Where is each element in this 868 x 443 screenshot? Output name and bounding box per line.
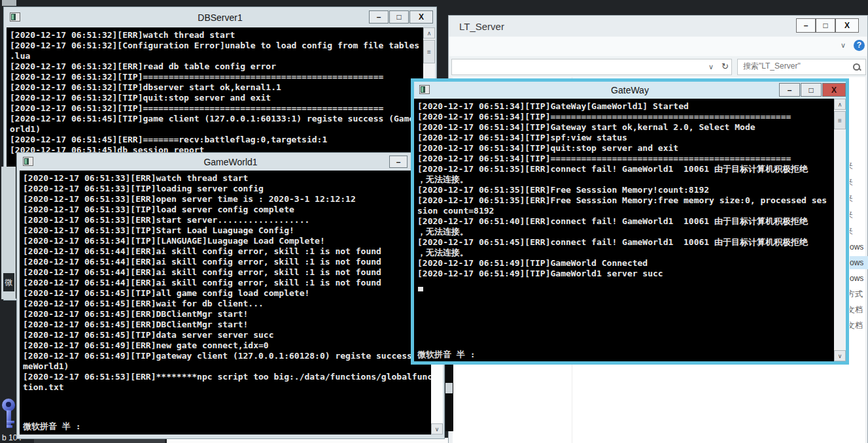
file-row[interactable]: 文档 [850,319,868,332]
file-row[interactable]: 方式 [850,287,868,301]
minimize-icon: – [804,21,808,30]
window-gateway: GateWay – □ X [2020-12-17 06:51:34][TIP]… [411,78,849,365]
desktop-icon-key[interactable] [0,397,18,431]
taskbar-fragment [2,0,16,6]
close-icon: X [844,21,850,30]
file-row-selected[interactable]: ows [850,256,868,269]
grip-icon: ≡ [427,48,431,56]
scroll-down-icon[interactable]: ∨ [431,423,443,435]
minimize-icon: – [377,12,381,22]
search-icon[interactable] [853,63,861,71]
scrollbar-thumb[interactable]: ≡ [423,40,435,63]
scrollbar-thumb[interactable] [445,383,453,393]
gateway-maximize-button[interactable]: □ [801,83,822,97]
file-type-fragment: 夹 [850,208,853,221]
scrollbar-thumb[interactable]: ≡ [834,111,846,129]
minimize-icon: – [396,157,401,167]
file-type-fragment: 文档 [850,303,863,316]
gateway-console-text: [2020-12-17 06:51:34][TIP]GateWay[GameWo… [417,101,831,279]
lt-minimize-button[interactable]: – [796,18,816,33]
background-scrollbar-artifact [445,363,453,431]
file-type-fragment: 夹 [850,159,853,172]
minimize-icon: – [788,86,792,95]
address-dropdown-chevron-icon[interactable]: ∨ [708,63,714,71]
close-icon: X [419,12,424,22]
refresh-icon[interactable]: ↻ [721,61,729,71]
file-row[interactable]: 夹 [850,175,868,188]
file-row[interactable]: ows [850,240,868,254]
gateway-scrollbar[interactable]: ∧ ≡ ∨ [834,99,846,361]
file-type-fragment: ows [850,274,863,283]
scroll-down-glyph: ∨ [435,426,440,433]
gateway-titlebar[interactable]: GateWay – □ X [414,82,846,99]
lt-close-button[interactable]: X [835,18,859,33]
file-type-fragment: 文档 [850,319,863,332]
gameworld1-console: [2020-12-17 06:51:33][ERR]watch thread s… [20,171,443,435]
gameworld1-title: GameWorld1 [17,157,444,167]
maximize-icon: □ [396,12,401,22]
scroll-down-glyph: ∨ [838,353,842,359]
address-bar[interactable]: ∨ ↻ [451,59,732,75]
file-row[interactable]: 夹 [850,208,868,221]
search-input[interactable] [742,61,849,71]
ime-status-bar: 微软拼音 半 : [417,350,475,359]
key-icon [0,397,18,431]
file-row[interactable]: ows [850,272,868,285]
lt-server-titlebar[interactable]: LT_Server – □ X [449,16,867,37]
scroll-up-icon[interactable]: ∧ [423,27,435,39]
file-type-fragment: 夹 [850,191,853,205]
ribbon-expand-chevron-icon[interactable]: ∨ [841,41,846,50]
gateway-console: [2020-12-17 06:51:34][TIP]GateWay[GameWo… [414,99,846,361]
gateway-inner: GateWay – □ X [2020-12-17 06:51:34][TIP]… [414,82,846,361]
dbserver1-console-text: [2020-12-17 06:51:32][ERR]watch thread s… [10,30,422,156]
gameworld1-console-text: [2020-12-17 06:51:33][ERR]watch thread s… [23,173,428,393]
file-row[interactable]: 夹 [850,191,868,205]
file-row[interactable]: 文档 [850,303,868,316]
dbserver1-maximize-button[interactable]: □ [389,10,409,24]
file-type-fragment: ows [850,258,863,267]
desktop-icon-fragment[interactable]: 微 [3,273,14,291]
file-row[interactable]: 夹 [850,224,868,237]
file-row[interactable]: 夹 [850,159,868,172]
file-type-fragment: ows [850,242,863,252]
lt-maximize-button[interactable]: □ [816,18,835,33]
lt-address-row: ∨ ↻ [449,56,867,77]
scroll-up-glyph: ∧ [427,30,432,37]
close-icon: X [831,86,837,95]
scroll-up-glyph: ∧ [838,101,842,108]
file-type-fragment: 夹 [850,224,853,237]
maximize-icon: □ [808,86,813,95]
gameworld1-titlebar[interactable]: GameWorld1 – [17,153,444,171]
gameworld1-minimize-button[interactable]: – [389,156,408,168]
maximize-icon: □ [823,21,827,30]
icon-char: 微 [5,278,13,287]
console-cursor [418,287,423,291]
window-gameworld1: GameWorld1 – [2020-12-17 06:51:33][ERR]w… [16,152,445,439]
grip-icon: ≡ [838,117,842,124]
ime-status-bar: 微软拼音 半 : [23,421,80,431]
desktop: { "desktop": { "bottom_label": "b 104", … [0,0,868,443]
lt-ribbon-bar: ∨ ? [449,37,867,57]
file-type-fragment: 方式 [850,287,863,301]
dbserver1-titlebar[interactable]: DBServer1 – □ X [4,7,436,27]
scroll-down-icon[interactable]: ∨ [834,350,846,361]
lt-server-title: LT_Server [459,21,504,32]
search-handle [858,68,861,71]
gateway-close-button[interactable]: X [822,83,846,97]
dbserver1-minimize-button[interactable]: – [369,10,389,24]
search-box[interactable] [737,59,866,75]
file-type-fragment: 夹 [850,175,853,188]
gateway-minimize-button[interactable]: – [779,83,800,97]
dbserver1-close-button[interactable]: X [409,10,433,24]
help-icon[interactable]: ? [854,40,865,51]
scroll-up-icon[interactable]: ∧ [834,99,846,110]
